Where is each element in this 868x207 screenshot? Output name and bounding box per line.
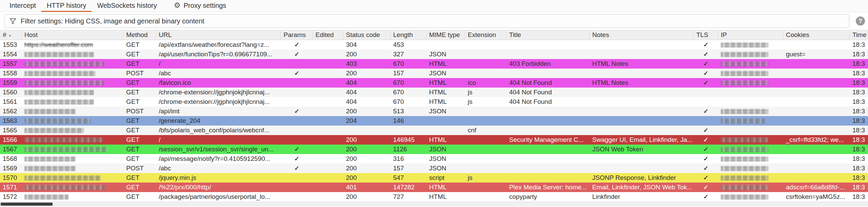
- column-header-mime-type[interactable]: MIME type: [426, 30, 465, 40]
- cell-ext: js: [465, 173, 506, 183]
- filter-funnel-icon: [9, 17, 17, 25]
- table-row-1559[interactable]: 1559GET/favicon.ico404670HTMLico404 Not …: [0, 78, 868, 88]
- cell-edited: [313, 116, 343, 126]
- cell-mime: JSON: [426, 164, 465, 173]
- column-header-title[interactable]: Title: [506, 30, 590, 40]
- column-header-edited[interactable]: Edited: [313, 30, 343, 40]
- cell-title: [506, 164, 590, 173]
- cell-ip: [718, 97, 783, 107]
- cell-status: 304: [343, 40, 390, 50]
- table-row-1568[interactable]: 1568GET/api/message/notify?r=0.410591259…: [0, 154, 868, 164]
- cell-ip: [718, 69, 783, 78]
- cell-url: /session_svr/v1/session_svr/single_un...: [156, 145, 281, 154]
- check-icon: ✓: [703, 80, 708, 86]
- cell-length: 547: [390, 173, 426, 183]
- ip-redacted-block: [721, 175, 768, 181]
- check-icon: ✓: [703, 127, 708, 133]
- column-header-label: Method: [126, 31, 148, 39]
- cell-id: 1563: [0, 116, 22, 126]
- cell-length: 670: [390, 59, 426, 69]
- ip-redacted-block: [721, 166, 768, 171]
- cell-url: /: [156, 135, 281, 145]
- table-row-1570[interactable]: 1570GET/jquery.min.js200547scriptjsJSONP…: [0, 173, 868, 183]
- table-row-1562[interactable]: 1562POST/api/imt✓200513JSON✓18:3: [0, 107, 868, 116]
- table-row-1558[interactable]: 1558POST/abc✓200157JSON✓18:3: [0, 69, 868, 78]
- table-row-1553[interactable]: 1553https://weatheroffer.comGET/api/extf…: [0, 40, 868, 50]
- cell-id: 1559: [0, 78, 22, 88]
- tab-http-history[interactable]: HTTP history: [41, 0, 92, 12]
- cell-cookies: [783, 173, 850, 183]
- column-header-params[interactable]: Params: [281, 30, 313, 40]
- cell-status: 200: [343, 173, 390, 183]
- cell-cookies: [783, 78, 850, 88]
- ip-redacted-block: [721, 109, 768, 114]
- cell-method: GET: [123, 50, 156, 59]
- host-redacted-block: [24, 99, 94, 105]
- cell-time: 18:3: [850, 50, 868, 59]
- cell-status: [343, 126, 390, 135]
- check-icon: ✓: [703, 137, 708, 143]
- cell-time: 18:3: [850, 88, 868, 97]
- column-header-label: MIME type: [429, 31, 460, 39]
- cell-id: 1561: [0, 97, 22, 107]
- check-icon: ✓: [703, 70, 708, 76]
- cell-length: 157: [390, 69, 426, 78]
- cell-status: 200: [343, 107, 390, 116]
- cell-mime: HTML: [426, 183, 465, 192]
- table-row-1561[interactable]: 1561GET/chrome-extension://jgphnjokjhjlc…: [0, 97, 868, 107]
- table-row-1565[interactable]: 1565GET/bfs/polaris_web_conf/polaris/web…: [0, 126, 868, 135]
- column-header-method[interactable]: Method: [123, 30, 156, 40]
- cell-edited: [313, 154, 343, 164]
- column-header-ip[interactable]: IP: [718, 30, 783, 40]
- table-row-1569[interactable]: 1569POST/abc✓200157JSON✓18:3: [0, 164, 868, 173]
- tab-proxy-settings[interactable]: ⚙ Proxy settings: [169, 0, 232, 12]
- cell-method: GET: [123, 59, 156, 69]
- cell-url: /jquery.min.js: [156, 173, 281, 183]
- cell-url: /api/user/functionTips?r=0.696677109...: [156, 50, 281, 59]
- table-row-1567[interactable]: 1567GET/session_svr/v1/session_svr/singl…: [0, 145, 868, 154]
- cell-tls: ✓: [694, 173, 718, 183]
- cell-edited: [313, 50, 343, 59]
- cell-time: 18:3: [850, 126, 868, 135]
- filter-settings-bar[interactable]: Filter settings: Hiding CSS, image and g…: [4, 14, 849, 28]
- column-header-host[interactable]: Host: [22, 30, 123, 40]
- column-header-tls[interactable]: TLS: [694, 30, 718, 40]
- cell-params: [281, 135, 313, 145]
- tab-intercept[interactable]: Intercept: [4, 0, 41, 12]
- cell-id: 1572: [0, 192, 22, 202]
- proxy-subtab-bar: Intercept HTTP history WebSockets histor…: [0, 0, 868, 12]
- table-row-1560[interactable]: 1560GET/chrome-extension://jgphnjokjhjlc…: [0, 88, 868, 97]
- column-header-length[interactable]: Length: [390, 30, 426, 40]
- cell-ext: [465, 69, 506, 78]
- cell-params: [281, 97, 313, 107]
- cell-mime: JSON: [426, 69, 465, 78]
- cell-mime: [426, 116, 465, 126]
- column-header-label: TLS: [696, 31, 708, 39]
- column-header-extension[interactable]: Extension: [465, 30, 506, 40]
- column-header-time[interactable]: Time: [850, 30, 868, 40]
- cell-cookies: _csrf=ffd33fd2; we...: [783, 135, 850, 145]
- column-header-url[interactable]: URL: [156, 30, 281, 40]
- column-header-status-code[interactable]: Status code: [343, 30, 390, 40]
- cell-time: 18:3: [850, 164, 868, 173]
- tab-websockets-history[interactable]: WebSockets history: [92, 0, 162, 12]
- cell-mime: HTML: [426, 88, 465, 97]
- cell-cookies: [783, 107, 850, 116]
- table-row-1566[interactable]: 1566GET/200146945HTMLSecurity Management…: [0, 135, 868, 145]
- column-header-cookies[interactable]: Cookies: [783, 30, 850, 40]
- scrollbar-thumb[interactable]: [1, 203, 53, 206]
- cell-params: ✓: [281, 40, 313, 50]
- column-header-num[interactable]: #▲: [0, 30, 22, 40]
- table-row-1571[interactable]: 1571GET/%22/prx/000/http/401147282HTMLPl…: [0, 183, 868, 192]
- table-row-1572[interactable]: 1572GET/packages/partnerlogos/userportal…: [0, 192, 868, 202]
- http-history-table: #▲HostMethodURLParamsEditedStatus codeLe…: [0, 30, 868, 202]
- table-row-1563[interactable]: 1563GET/generate_20420414618:3: [0, 116, 868, 126]
- cell-status: 200: [343, 50, 390, 59]
- column-header-notes[interactable]: Notes: [590, 30, 694, 40]
- cell-params: [281, 192, 313, 202]
- help-icon[interactable]: ?: [856, 17, 865, 26]
- horizontal-scrollbar[interactable]: [0, 202, 868, 206]
- table-row-1554[interactable]: 1554GET/api/user/functionTips?r=0.696677…: [0, 50, 868, 59]
- cell-status: 200: [343, 145, 390, 154]
- table-row-1557[interactable]: 1557GET/403670HTML403 ForbiddenHTML Note…: [0, 59, 868, 69]
